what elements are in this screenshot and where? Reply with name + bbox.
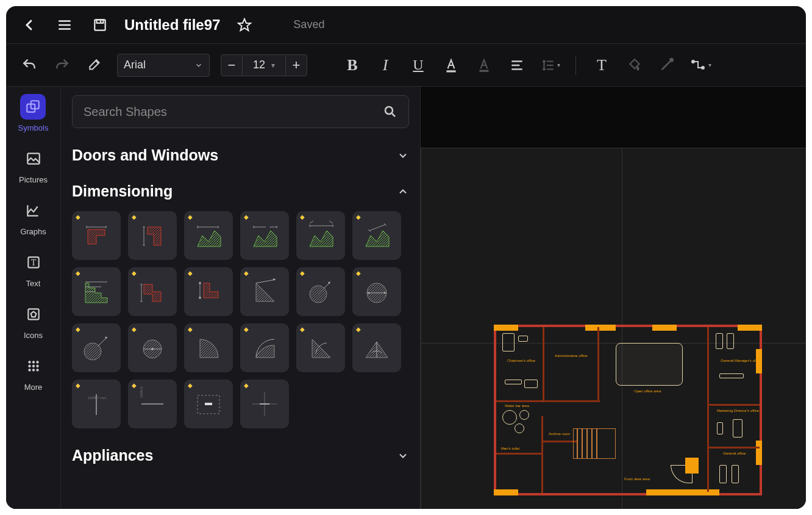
svg-point-50 — [199, 282, 201, 284]
nav-label: Text — [26, 279, 41, 288]
room-label: Administrative office — [555, 354, 588, 358]
canvas[interactable]: Chairman's office Administrative office … — [421, 87, 806, 509]
nav-icons[interactable]: Icons — [21, 301, 46, 340]
svg-point-18 — [670, 59, 672, 61]
shape-tile[interactable] — [352, 323, 401, 372]
chevron-down-icon — [397, 450, 409, 462]
nav-label: More — [24, 383, 43, 392]
svg-text:1309.7 mm: 1309.7 mm — [88, 396, 106, 400]
room-label: Archive room — [549, 432, 570, 436]
align-button[interactable] — [506, 54, 528, 76]
nav-label: Icons — [24, 331, 43, 340]
underline-button[interactable]: U — [407, 54, 429, 76]
fill-button[interactable] — [624, 54, 646, 76]
category-doors-windows[interactable]: Doors and Windows — [72, 146, 409, 164]
shape-tile[interactable]: 1000.0 mm — [128, 380, 177, 428]
shape-tile[interactable] — [128, 211, 177, 260]
nav-symbols[interactable]: Symbols — [18, 94, 49, 132]
font-size-value: 12 — [253, 59, 265, 71]
font-color-button[interactable] — [440, 54, 462, 76]
svg-point-37 — [385, 107, 393, 114]
search-icon — [383, 104, 397, 119]
svg-rect-10 — [479, 70, 488, 71]
shape-tile[interactable] — [184, 380, 233, 428]
shape-tile[interactable]: 1309.7 mm — [72, 380, 121, 428]
italic-button[interactable]: I — [374, 54, 396, 76]
svg-line-52 — [256, 279, 276, 283]
favorite-button[interactable] — [233, 14, 255, 36]
undo-button[interactable] — [18, 54, 40, 76]
shape-tile[interactable] — [296, 267, 345, 316]
shape-tile[interactable] — [184, 211, 233, 260]
highlight-button[interactable] — [473, 54, 495, 76]
stroke-button[interactable] — [657, 54, 678, 76]
room-label: Marketing Director's office — [717, 409, 759, 412]
font-family-select[interactable]: Arial — [117, 54, 210, 77]
canvas-drawing-area[interactable]: Chairman's office Administrative office … — [421, 148, 806, 509]
bold-button[interactable]: B — [341, 54, 363, 76]
svg-point-51 — [199, 297, 201, 299]
shape-tile[interactable] — [240, 323, 289, 372]
connector-button[interactable]: ▾ — [689, 54, 711, 76]
shape-tile[interactable] — [296, 323, 345, 372]
font-family-value: Arial — [124, 59, 146, 71]
nav-more[interactable]: More — [21, 353, 46, 392]
saved-status: Saved — [293, 18, 324, 31]
toolbar: Arial − 12 ▾ + B I U ▾ T — [6, 44, 806, 87]
line-spacing-button[interactable]: ▾ — [539, 54, 561, 76]
svg-point-19 — [692, 60, 694, 63]
shape-tile[interactable] — [72, 323, 121, 372]
search-shapes-input[interactable] — [84, 105, 383, 119]
svg-marker-6 — [238, 19, 251, 31]
file-title[interactable]: Untitled file97 — [124, 16, 220, 34]
shape-tile[interactable] — [128, 323, 177, 372]
font-size-increase[interactable]: + — [285, 54, 307, 76]
svg-point-20 — [702, 67, 704, 69]
category-appliances[interactable]: Appliances — [72, 447, 409, 464]
category-title: Dimensioning — [72, 182, 173, 200]
shape-tile[interactable] — [240, 380, 289, 428]
floor-plan[interactable]: Chairman's office Administrative office … — [494, 325, 762, 495]
shape-tile[interactable] — [72, 211, 121, 260]
text-tool-button[interactable]: T — [591, 54, 613, 76]
search-shapes-box[interactable] — [72, 95, 409, 128]
save-button[interactable] — [89, 14, 111, 36]
shape-tile[interactable] — [352, 267, 401, 316]
room-label: General office — [723, 452, 746, 455]
chevron-down-icon — [397, 149, 409, 162]
redo-button[interactable] — [51, 54, 73, 76]
more-icon — [21, 353, 46, 379]
room-label: Men's toilet — [501, 447, 519, 450]
svg-marker-53 — [273, 278, 276, 281]
svg-point-34 — [28, 369, 30, 371]
icons-icon — [21, 301, 46, 327]
shape-tile[interactable] — [240, 267, 289, 316]
left-nav: Symbols Pictures Graphs T Text — [6, 87, 61, 509]
svg-point-33 — [36, 365, 38, 367]
text-icon: T — [21, 250, 46, 275]
shape-tile[interactable] — [352, 211, 401, 260]
shape-tile[interactable] — [128, 267, 177, 316]
nav-label: Symbols — [18, 123, 49, 132]
nav-graphs[interactable]: Graphs — [20, 198, 46, 236]
separator — [575, 56, 576, 75]
shape-tile[interactable] — [184, 323, 233, 372]
back-button[interactable] — [18, 14, 40, 36]
menu-button[interactable] — [54, 14, 76, 36]
shape-tile[interactable] — [296, 211, 345, 260]
nav-pictures[interactable]: Pictures — [19, 146, 48, 184]
dimensioning-shapes-grid: 1309.7 mm 1000.0 mm — [72, 211, 409, 428]
shape-tile[interactable] — [184, 267, 233, 316]
font-size-select[interactable]: 12 ▾ — [243, 54, 285, 76]
nav-text[interactable]: T Text — [21, 250, 46, 288]
symbols-icon — [20, 94, 46, 120]
category-dimensioning[interactable]: Dimensioning — [72, 182, 409, 200]
shape-tile[interactable] — [240, 211, 289, 260]
format-painter-button[interactable] — [84, 54, 106, 76]
svg-marker-27 — [30, 312, 36, 317]
nav-label: Graphs — [20, 227, 46, 236]
room-label: Chairman's office — [507, 359, 535, 362]
shape-tile[interactable] — [72, 267, 121, 316]
font-size-decrease[interactable]: − — [221, 54, 243, 76]
svg-point-32 — [32, 365, 34, 367]
